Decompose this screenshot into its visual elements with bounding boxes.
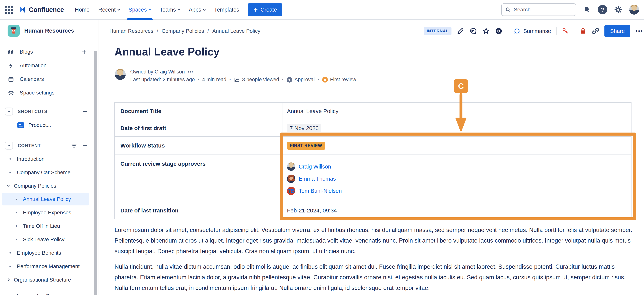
- chevron-right-icon[interactable]: [7, 278, 10, 281]
- search-input[interactable]: [514, 7, 567, 13]
- tree-item-clipped[interactable]: Leaving the Company: [0, 289, 98, 295]
- approver-craig-willson[interactable]: Craig Willson: [287, 160, 342, 173]
- tree-item-employee-benefits[interactable]: Employee Benefits: [0, 246, 98, 260]
- page-body-text: Lorem ipsum dolor sit amet, consectetur …: [114, 224, 634, 293]
- annotation-label: C: [454, 79, 468, 93]
- bullet-icon: [16, 212, 17, 213]
- paragraph: Lorem ipsum dolor sit amet, consectetur …: [114, 224, 634, 256]
- chevron-down-icon[interactable]: [7, 184, 10, 187]
- topnav-right: ?: [501, 4, 639, 16]
- approver-tom-buhl-nielsen[interactable]: TB Tom Buhl-Nielsen: [287, 185, 342, 197]
- notifications-bell-icon[interactable]: [583, 6, 591, 14]
- nav-apps[interactable]: Apps: [189, 0, 206, 19]
- tree-item-introduction[interactable]: Introduction: [0, 152, 98, 166]
- star-icon[interactable]: [482, 27, 490, 35]
- divider: [556, 27, 556, 36]
- nav-spaces[interactable]: Spaces: [128, 0, 151, 19]
- workflow-approval-chip[interactable]: Approval: [286, 77, 315, 82]
- table-label-cell: Date of last transition: [115, 202, 282, 219]
- calendar-icon: [8, 76, 14, 82]
- date-lozenge[interactable]: 7 Nov 2023: [287, 124, 321, 132]
- analytics-views[interactable]: 3 people viewed: [234, 77, 279, 82]
- top-navigation: Confluence Home Recent Spaces Teams Apps…: [0, 0, 644, 20]
- watch-icon[interactable]: [495, 27, 502, 35]
- tree-item-employee-expenses[interactable]: Employee Expenses: [0, 206, 98, 219]
- edit-pencil-icon[interactable]: [456, 27, 464, 35]
- trend-chart-icon: [234, 77, 240, 82]
- table-label-cell: Current review stage approvers: [115, 155, 282, 202]
- nav-recent[interactable]: Recent: [98, 0, 120, 19]
- sidebar-item-calendars[interactable]: Calendars: [0, 72, 98, 86]
- more-actions-button[interactable]: •••: [636, 28, 643, 34]
- table-label-cell: Date of first draft: [115, 120, 282, 136]
- avatar: [287, 174, 295, 183]
- classification-badge[interactable]: INTERNAL: [424, 27, 452, 35]
- collapse-chevron-icon[interactable]: [5, 108, 13, 116]
- filter-icon[interactable]: [71, 143, 77, 148]
- shortcut-item-product[interactable]: Product...: [0, 119, 98, 132]
- owner-avatar[interactable]: [115, 69, 126, 80]
- workflow-first-review-chip[interactable]: First review: [322, 77, 356, 82]
- content-section-header[interactable]: CONTENT: [0, 140, 98, 151]
- page-icon: [18, 122, 24, 128]
- approver-emma-thomas[interactable]: Emma Thomas: [287, 173, 342, 185]
- sidebar-scrollbar[interactable]: [94, 51, 97, 295]
- workflow-status-badge[interactable]: FIRST REVIEW: [287, 142, 325, 150]
- last-updated-label[interactable]: Last updated: 2 minutes ago: [130, 77, 195, 82]
- app-switcher-icon[interactable]: [5, 6, 13, 14]
- chevron-down-icon: [203, 8, 206, 10]
- logo-text: Confluence: [29, 6, 64, 14]
- read-time-label: 4 min read: [202, 77, 226, 82]
- shortcuts-section-header[interactable]: SHORTCUTS: [0, 106, 98, 117]
- divider: [574, 27, 574, 36]
- breadcrumb-company-policies[interactable]: Company Policies: [162, 28, 204, 34]
- content-tree: Introduction Company Car Scheme Company …: [0, 152, 98, 295]
- space-header[interactable]: Human Resources: [0, 20, 98, 42]
- owner-more-button[interactable]: •••: [188, 70, 193, 74]
- breadcrumb-annual-leave-policy[interactable]: Annual Leave Policy: [212, 28, 260, 34]
- restrictions-lock-icon[interactable]: [580, 27, 587, 35]
- confluence-logo[interactable]: Confluence: [18, 6, 64, 14]
- tree-item-sick-leave-policy[interactable]: Sick Leave Policy: [0, 233, 98, 246]
- tree-item-company-policies[interactable]: Company Policies: [0, 179, 98, 192]
- sidebar-item-automation[interactable]: Automation: [0, 59, 98, 72]
- settings-gear-icon[interactable]: [614, 6, 622, 14]
- collapse-chevron-icon[interactable]: [5, 142, 13, 150]
- space-icon: [8, 24, 20, 37]
- tree-item-annual-leave-policy[interactable]: Annual Leave Policy: [2, 193, 89, 206]
- paragraph: Nulla tincidunt, nulla vitae dictum accu…: [114, 261, 634, 293]
- sidebar-item-blogs[interactable]: Blogs: [0, 45, 98, 59]
- bullet-icon: [16, 239, 17, 240]
- approvers-list: Craig Willson Emma Thomas TB Tom Buhl-Ni…: [287, 160, 342, 197]
- add-content-icon[interactable]: [82, 143, 88, 148]
- nav-templates[interactable]: Templates: [214, 0, 239, 19]
- tree-item-organisational-structure[interactable]: Organisational Structure: [0, 273, 98, 286]
- space-sidebar: Human Resources Blogs Automation Calenda…: [0, 20, 98, 295]
- tree-item-company-car-scheme[interactable]: Company Car Scheme: [0, 166, 98, 179]
- nav-home[interactable]: Home: [75, 0, 90, 19]
- bullet-icon: [10, 172, 11, 173]
- add-blog-icon[interactable]: [82, 49, 87, 55]
- summarise-button[interactable]: Summarise: [513, 27, 551, 35]
- help-icon[interactable]: ?: [598, 5, 607, 14]
- search-box[interactable]: [501, 4, 576, 16]
- table-value-cell: FIRST REVIEW: [282, 137, 631, 154]
- create-button[interactable]: Create: [248, 3, 282, 16]
- chevron-down-icon: [117, 8, 120, 10]
- nav-teams[interactable]: Teams: [160, 0, 180, 19]
- public-link-key-icon[interactable]: [562, 27, 569, 35]
- copy-link-icon[interactable]: [592, 27, 599, 35]
- comments-icon[interactable]: [469, 27, 477, 35]
- tree-item-time-off-in-lieu[interactable]: Time Off in Lieu: [0, 219, 98, 233]
- tree-item-performance-management[interactable]: Performance Management: [0, 260, 98, 273]
- sidebar-item-space-settings[interactable]: Space settings: [0, 86, 98, 100]
- table-label-cell: Workflow Status: [115, 137, 282, 154]
- table-row: Document Title Annual Leave Policy: [115, 103, 631, 120]
- bullet-icon: [10, 252, 11, 254]
- add-shortcut-icon[interactable]: [82, 109, 88, 114]
- user-avatar[interactable]: [629, 5, 639, 14]
- share-button[interactable]: Share: [604, 25, 630, 37]
- breadcrumb-human-resources[interactable]: Human Resources: [110, 28, 153, 34]
- table-row: Workflow Status FIRST REVIEW: [115, 136, 631, 154]
- table-row: Date of first draft 7 Nov 2023: [115, 120, 631, 136]
